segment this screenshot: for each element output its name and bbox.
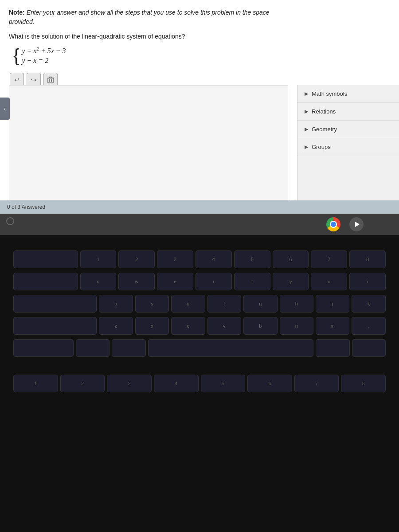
key-w: w bbox=[118, 273, 155, 290]
key-12: 2 bbox=[60, 375, 105, 392]
key-g: g bbox=[243, 295, 277, 313]
app-window: Note: Enter your answer and show all the… bbox=[0, 0, 399, 235]
key-j: j bbox=[316, 295, 349, 313]
equation-block: { y = x2 + 5x − 3 y − x = 2 bbox=[13, 46, 390, 65]
key-tab bbox=[13, 273, 78, 290]
key-ctrl bbox=[76, 339, 110, 357]
left-nav-tab[interactable]: ‹ bbox=[0, 98, 10, 120]
relations-arrow-icon: ▶ bbox=[305, 109, 308, 114]
key-alt-r bbox=[316, 339, 349, 357]
svg-rect-0 bbox=[48, 78, 53, 83]
browser-bar bbox=[0, 214, 399, 235]
question-text: What is the solution of the linear-quadr… bbox=[9, 33, 390, 40]
key-n: n bbox=[280, 317, 313, 335]
relations-label: Relations bbox=[312, 108, 336, 115]
key-2: 2 bbox=[118, 250, 155, 268]
status-bar: 0 of 3 Answered bbox=[0, 200, 399, 214]
keyboard-row-2: q w e r t y u i bbox=[0, 270, 399, 293]
key-b: b bbox=[243, 317, 277, 335]
keyboard-row-1: 1 2 3 4 5 6 7 8 bbox=[0, 248, 399, 270]
key-z: z bbox=[99, 317, 133, 335]
key-u: u bbox=[311, 273, 347, 290]
chrome-icon[interactable] bbox=[326, 217, 340, 231]
keyboard-row-5 bbox=[0, 337, 399, 359]
key-caps bbox=[13, 295, 97, 313]
note-text: Note: Enter your answer and show all the… bbox=[9, 8, 390, 27]
keyboard-row-6: 1 2 3 4 5 6 7 8 bbox=[0, 372, 399, 395]
key-f: f bbox=[207, 295, 241, 313]
key-5: 5 bbox=[234, 250, 270, 268]
key-ctrl-r bbox=[352, 339, 386, 357]
panel-item-groups[interactable]: ▶ Groups bbox=[297, 138, 399, 156]
key-s: s bbox=[135, 295, 169, 313]
key-r: r bbox=[196, 273, 232, 290]
key-1: 1 bbox=[80, 250, 117, 268]
key-comma: , bbox=[352, 317, 385, 335]
math-symbols-arrow-icon: ▶ bbox=[305, 91, 308, 97]
key-x: x bbox=[135, 317, 169, 335]
equation-line-1: y = x2 + 5x − 3 bbox=[22, 46, 66, 55]
key-e: e bbox=[157, 273, 193, 290]
left-arrow-icon: ‹ bbox=[4, 105, 6, 112]
key-a: a bbox=[99, 295, 133, 313]
key-16: 6 bbox=[247, 375, 292, 392]
key-q: q bbox=[80, 273, 117, 290]
keyboard-row-4: z x c v b n m , bbox=[0, 315, 399, 337]
math-symbols-label: Math symbols bbox=[312, 90, 347, 97]
key-d: d bbox=[171, 295, 205, 313]
note-label: Note: bbox=[9, 9, 25, 16]
key-15: 5 bbox=[201, 375, 246, 392]
keyboard-area: 1 2 3 4 5 6 7 8 q w e r t y u i a s d f … bbox=[0, 235, 399, 532]
key-6: 6 bbox=[273, 250, 309, 268]
key-8: 8 bbox=[349, 250, 386, 268]
panel-item-math-symbols[interactable]: ▶ Math symbols bbox=[297, 85, 399, 103]
key-m: m bbox=[316, 317, 349, 335]
key-c: c bbox=[171, 317, 205, 335]
equations: y = x2 + 5x − 3 y − x = 2 bbox=[22, 46, 66, 65]
status-text: 0 of 3 Answered bbox=[7, 204, 45, 210]
key-k: k bbox=[352, 295, 385, 313]
key-3: 3 bbox=[157, 250, 193, 268]
play-button[interactable] bbox=[349, 217, 364, 231]
groups-label: Groups bbox=[312, 144, 331, 150]
panel-item-geometry[interactable]: ▶ Geometry bbox=[297, 121, 399, 138]
key-fn bbox=[13, 339, 74, 357]
key-alt bbox=[112, 339, 145, 357]
key-i: i bbox=[349, 273, 386, 290]
key-17: 7 bbox=[294, 375, 339, 392]
key-18: 8 bbox=[341, 375, 386, 392]
key-shift bbox=[13, 317, 97, 335]
key-esc bbox=[13, 250, 78, 268]
key-h: h bbox=[280, 295, 313, 313]
right-panel: ▶ Math symbols ▶ Relations ▶ Geometry ▶ … bbox=[297, 85, 399, 200]
key-7: 7 bbox=[311, 250, 347, 268]
key-14: 4 bbox=[154, 375, 199, 392]
brace-symbol: { bbox=[13, 47, 19, 64]
key-y: y bbox=[273, 273, 309, 290]
panel-item-relations[interactable]: ▶ Relations bbox=[297, 103, 399, 121]
work-area[interactable] bbox=[9, 85, 288, 200]
groups-arrow-icon: ▶ bbox=[305, 144, 308, 150]
keyboard-row-3: a s d f g h j k bbox=[0, 293, 399, 315]
key-13: 3 bbox=[107, 375, 152, 392]
geometry-arrow-icon: ▶ bbox=[305, 126, 308, 132]
radio-indicator[interactable] bbox=[6, 217, 14, 225]
equation-line-2: y − x = 2 bbox=[22, 57, 66, 65]
key-t: t bbox=[234, 273, 270, 290]
key-space bbox=[148, 339, 314, 357]
key-4: 4 bbox=[196, 250, 232, 268]
geometry-label: Geometry bbox=[312, 126, 337, 133]
key-11: 1 bbox=[13, 375, 58, 392]
key-v: v bbox=[207, 317, 241, 335]
